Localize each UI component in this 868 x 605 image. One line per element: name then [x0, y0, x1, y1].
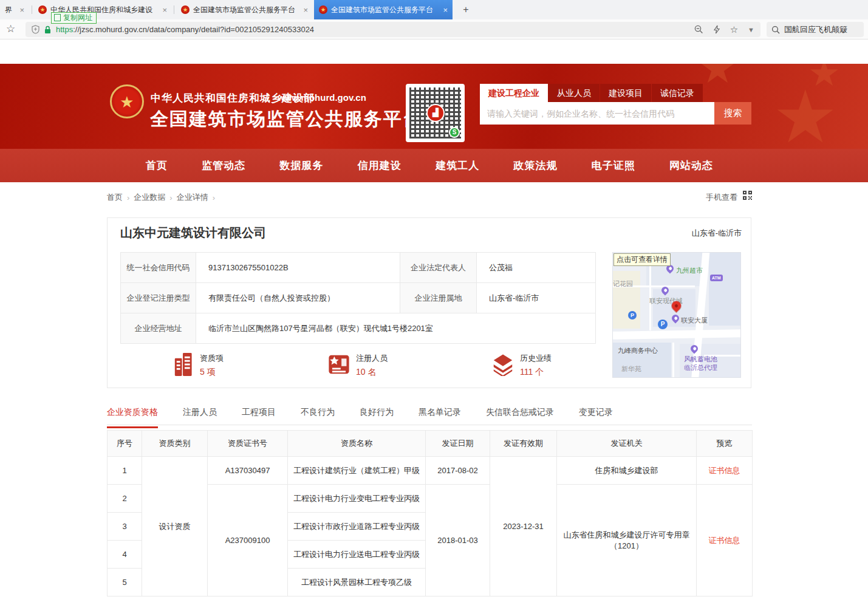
- poi-battery-line1: 风帆蓄电池: [684, 355, 717, 364]
- mobile-view-label[interactable]: 手机查看: [706, 192, 737, 203]
- breadcrumb-row: 首页 › 企业数据 › 企业详情 › 手机查看: [107, 190, 752, 205]
- screen: 界 × ★ 中华人民共和国住房和城乡建设 × ★ 全国建筑市场监管公共服务平台 …: [0, 0, 868, 605]
- tab-bad-behavior[interactable]: 不良行为: [301, 403, 335, 425]
- tab-separator: [32, 5, 32, 14]
- col-validity: 发证有效期: [490, 431, 557, 457]
- nav-supervision[interactable]: 监管动态: [202, 149, 245, 182]
- cell-authority: 山东省住房和城乡建设厅许可专用章（1201）: [557, 485, 697, 596]
- search-tab-construction-enterprise[interactable]: 建设工程企业: [480, 84, 548, 102]
- url-protocol: https: [56, 25, 73, 34]
- close-icon[interactable]: ×: [443, 5, 448, 15]
- close-icon[interactable]: ×: [19, 5, 24, 15]
- quick-search-box[interactable]: 国航回应飞机颠簸: [767, 22, 864, 37]
- field-value: 91371302675501022B: [196, 253, 400, 283]
- stat-qualifications: 资质项5 项: [172, 353, 224, 378]
- qr-mini-icon[interactable]: [743, 191, 752, 200]
- chevron-down-icon[interactable]: ▼: [748, 26, 754, 33]
- col-category: 资质类别: [142, 431, 208, 457]
- bookmark-star-icon[interactable]: ☆: [6, 22, 15, 35]
- cell-cert-no: A237009100: [208, 485, 288, 596]
- cell-issue-date: 2017-08-02: [426, 457, 490, 485]
- tab-projects[interactable]: 工程项目: [242, 403, 276, 425]
- nav-data-service[interactable]: 数据服务: [280, 149, 324, 182]
- tab-qualifications[interactable]: 企业资质资格: [107, 403, 158, 425]
- tab-dishonesty-records[interactable]: 失信联合惩戒记录: [486, 403, 554, 425]
- crumb-company-detail[interactable]: 企业详情: [177, 192, 208, 203]
- stat-label: 资质项: [200, 353, 224, 364]
- new-tab-button[interactable]: +: [459, 4, 473, 16]
- tab-separator: [174, 5, 174, 14]
- certificate-info-link[interactable]: 证书信息: [709, 536, 740, 545]
- table-row: 1 设计资质 A137030497 工程设计建筑行业（建筑工程）甲级 2017-…: [108, 457, 753, 485]
- browser-toolbar: ☆ https://jzsc.mohurd.gov.cn/data/compan…: [0, 19, 868, 39]
- search-tab-practitioners[interactable]: 从业人员: [548, 84, 600, 102]
- tab-good-behavior[interactable]: 良好行为: [360, 403, 394, 425]
- col-cert-no: 资质证书号: [208, 431, 288, 457]
- tab-blacklist[interactable]: 黑名单记录: [419, 403, 461, 425]
- national-emblem-icon: ★: [110, 84, 144, 118]
- cell-name: 工程设计风景园林工程专项乙级: [288, 569, 426, 596]
- cell-name: 工程设计市政行业道路工程专业丙级: [288, 513, 426, 541]
- poi-atm: ATM: [710, 275, 723, 281]
- qr-center-logo-icon: ▟: [426, 104, 445, 122]
- browser-tab-partial[interactable]: 界 ×: [0, 0, 29, 19]
- browser-tab-active[interactable]: ★ 全国建筑市场监管公共服务平台 ×: [314, 0, 453, 19]
- search-tab-projects[interactable]: 建设项目: [600, 84, 651, 102]
- tab-registered-personnel[interactable]: 注册人员: [183, 403, 217, 425]
- cell-authority: 住房和城乡建设部: [557, 457, 697, 485]
- field-label: 统一社会信用代码: [121, 253, 196, 283]
- url-rest: ://jzsc.mohurd.gov.cn/data/company/detai…: [73, 25, 314, 34]
- nav-workers[interactable]: 建筑工人: [436, 149, 479, 182]
- url-text[interactable]: https://jzsc.mohurd.gov.cn/data/company/…: [56, 25, 688, 34]
- nav-home[interactable]: 首页: [146, 149, 168, 182]
- map-tooltip: 点击可查看详情: [613, 253, 671, 266]
- site-banner: ★ ★ ★ ★ 中华人民共和国住房和城乡建设部 www.mohurd.gov.c…: [0, 64, 868, 149]
- tab-change-records[interactable]: 变更记录: [579, 403, 613, 425]
- crumb-home[interactable]: 首页: [107, 192, 123, 203]
- zoom-out-icon[interactable]: [694, 25, 703, 34]
- close-icon[interactable]: ×: [162, 5, 167, 15]
- field-label: 企业法定代表人: [400, 253, 477, 283]
- col-name: 资质名称: [288, 431, 426, 457]
- stat-label: 历史业绩: [520, 353, 552, 364]
- shield-icon[interactable]: [32, 25, 39, 34]
- crumb-company-data[interactable]: 企业数据: [134, 192, 165, 203]
- poi-xinhua-garden: 新华苑: [621, 364, 641, 374]
- poi-supermarket: 九州超市: [676, 266, 703, 275]
- address-bar[interactable]: https://jzsc.mohurd.gov.cn/data/company/…: [26, 22, 760, 37]
- nav-e-license[interactable]: 电子证照: [592, 149, 635, 182]
- certificate-info-link[interactable]: 证书信息: [709, 466, 740, 475]
- qr-code: ▟ S: [406, 84, 465, 142]
- nav-credit[interactable]: 信用建设: [358, 149, 402, 182]
- search-category-tabs: 建设工程企业 从业人员 建设项目 诚信记录: [480, 84, 703, 102]
- tab-title: 全国建筑市场监管公共服务平台: [193, 5, 299, 15]
- lightning-icon[interactable]: [713, 25, 720, 34]
- field-value: 公茂福: [477, 253, 596, 283]
- keyword-search-input[interactable]: [480, 102, 714, 125]
- browser-tab-jzsc[interactable]: ★ 全国建筑市场监管公共服务平台 ×: [176, 0, 313, 19]
- parking-icon: P: [658, 320, 668, 329]
- location-map[interactable]: 点击可查看详情 九州超市 ATM 记花园 联安现代城 联安大厦 P P 九峰商务…: [612, 252, 741, 378]
- tab-title: 界: [5, 5, 16, 15]
- field-label: 企业注册属地: [400, 283, 477, 313]
- col-preview: 预览: [697, 431, 753, 457]
- quick-search-text: 国航回应飞机颠簸: [784, 24, 847, 35]
- qualification-table: 序号 资质类别 资质证书号 资质名称 发证日期 发证有效期 发证机关 预览 1 …: [107, 430, 753, 596]
- detail-section-tabs: 企业资质资格 注册人员 工程项目 不良行为 良好行为 黑名单记录 失信联合惩戒记…: [107, 403, 752, 425]
- close-icon[interactable]: ×: [303, 5, 308, 15]
- stat-value: 111 个: [520, 367, 552, 378]
- lock-icon: [44, 26, 51, 34]
- search-icon: [771, 26, 780, 34]
- search-button[interactable]: 搜索: [714, 102, 751, 125]
- stat-value: 5 项: [200, 367, 224, 378]
- stat-label: 注册人员: [356, 353, 388, 364]
- decor-star-icon: ★: [808, 64, 841, 94]
- nav-policy[interactable]: 政策法规: [513, 149, 557, 182]
- company-stats: 资质项5 项 注册人员10 名 历史业绩111 个: [120, 350, 595, 382]
- favorite-star-icon[interactable]: ☆: [730, 24, 738, 35]
- layers-icon: [492, 353, 514, 376]
- cell-validity: 2023-12-31: [490, 457, 557, 596]
- search-tab-credit-records[interactable]: 诚信记录: [652, 84, 703, 102]
- nav-site-news[interactable]: 网站动态: [669, 149, 713, 182]
- banner-search-row: 搜索: [480, 102, 751, 125]
